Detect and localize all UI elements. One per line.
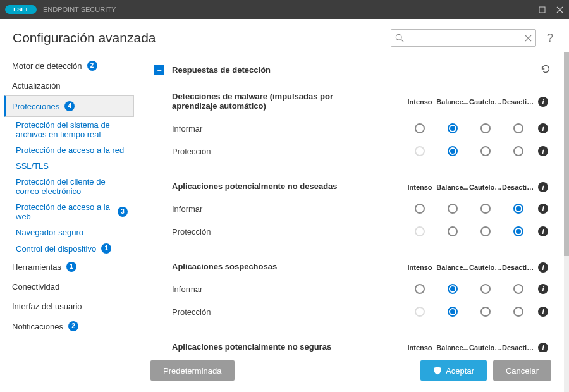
radio-option[interactable]	[513, 284, 523, 294]
radio-option[interactable]	[513, 204, 523, 214]
clear-search-icon[interactable]	[525, 35, 532, 42]
default-button[interactable]: Predeterminada	[150, 360, 235, 381]
window-titlebar: ESET ENDPOINT SECURITY	[0, 0, 569, 19]
info-icon[interactable]: i	[538, 284, 548, 294]
info-icon[interactable]: i	[538, 146, 548, 156]
radio-option[interactable]	[448, 146, 458, 156]
settings-row: Proteccióni	[172, 300, 551, 323]
sidebar-item-label: Navegador seguro	[16, 228, 83, 237]
sidebar-item-label: Herramientas	[12, 262, 61, 272]
radio-option[interactable]	[513, 226, 523, 236]
row-label: Informar	[172, 204, 374, 214]
sidebar-item-8[interactable]: Navegador seguro	[4, 224, 134, 240]
column-header: Balance...	[436, 98, 469, 106]
search-icon	[395, 34, 404, 42]
radio-option[interactable]	[513, 123, 523, 133]
column-header: Cauteloso	[469, 344, 502, 352]
row-label: Protección	[172, 147, 374, 156]
sidebar-item-9[interactable]: Control del dispositivo1	[4, 240, 134, 257]
sidebar-item-label: Conectividad	[12, 282, 59, 291]
scrollbar-thumb[interactable]	[564, 52, 569, 256]
column-header: Balance...	[436, 183, 469, 191]
sidebar-item-label: Protecciones	[12, 102, 59, 111]
sidebar-item-5[interactable]: SSL/TLS	[4, 158, 134, 174]
radio-option[interactable]	[415, 284, 425, 294]
revert-button[interactable]	[540, 63, 551, 77]
settings-row: Informari	[172, 278, 551, 300]
info-icon[interactable]: i	[538, 343, 548, 352]
sidebar-item-6[interactable]: Protección del cliente de correo electró…	[4, 174, 134, 199]
info-icon[interactable]: i	[538, 262, 548, 273]
radio-option[interactable]	[480, 123, 491, 133]
radio-option[interactable]	[448, 307, 458, 317]
radio-option[interactable]	[480, 226, 491, 236]
sidebar-badge: 4	[64, 101, 75, 111]
window-maximize-button[interactable]	[537, 5, 546, 14]
sidebar-item-4[interactable]: Protección de acceso a la red	[4, 142, 134, 158]
radio-option[interactable]	[448, 123, 458, 133]
group-title: Aplicaciones potencialmente no seguras	[172, 337, 331, 352]
info-icon[interactable]: i	[538, 97, 548, 107]
eset-logo-mark: ESET	[5, 5, 37, 14]
radio-option[interactable]	[513, 307, 523, 317]
radio-option[interactable]	[448, 204, 458, 214]
help-button[interactable]: ?	[544, 32, 556, 45]
info-icon[interactable]: i	[538, 226, 548, 236]
sidebar-item-2[interactable]: Protecciones4	[4, 95, 134, 117]
cancel-button[interactable]: Cancelar	[493, 360, 551, 381]
sidebar-item-label: Notificaciones	[12, 322, 63, 331]
group-title: Detecciones de malware (impulsadas por a…	[172, 87, 374, 117]
column-header: Intenso	[403, 264, 436, 271]
info-icon[interactable]: i	[538, 182, 548, 192]
sidebar-item-11[interactable]: Conectividad	[4, 277, 134, 297]
settings-row: Informari	[172, 197, 551, 220]
sidebar-item-label: Protección del cliente de correo electró…	[16, 177, 128, 196]
radio-option[interactable]	[480, 284, 491, 294]
row-label: Informar	[172, 124, 374, 133]
sidebar-item-label: SSL/TLS	[16, 161, 49, 171]
sidebar-badge: 2	[87, 61, 97, 71]
radio-option[interactable]	[448, 226, 458, 236]
accept-button[interactable]: Aceptar	[420, 360, 487, 381]
info-icon[interactable]: i	[538, 204, 548, 214]
sidebar-item-0[interactable]: Motor de detección2	[4, 56, 134, 76]
svg-rect-2	[539, 7, 545, 13]
svg-text:ESET: ESET	[13, 6, 28, 13]
window-close-button[interactable]	[555, 5, 564, 14]
radio-option	[415, 226, 425, 236]
radio-option	[415, 146, 425, 156]
sidebar-item-10[interactable]: Herramientas1	[4, 257, 134, 277]
column-header: Intenso	[403, 344, 436, 352]
sidebar-item-label: Protección de acceso a la web	[16, 202, 113, 221]
sidebar-badge: 1	[66, 262, 76, 272]
radio-option[interactable]	[448, 284, 458, 294]
sidebar-nav: Motor de detección2ActualizaciónProtecci…	[0, 52, 138, 392]
sidebar-item-3[interactable]: Protección del sistema de archivos en ti…	[4, 117, 134, 142]
sidebar-item-13[interactable]: Notificaciones2	[4, 316, 134, 336]
search-box[interactable]	[391, 29, 536, 47]
sidebar-item-1[interactable]: Actualización	[4, 76, 134, 95]
column-header: Desactiv...	[502, 264, 535, 271]
radio-option[interactable]	[513, 146, 523, 156]
radio-option[interactable]	[415, 123, 425, 133]
radio-option[interactable]	[480, 204, 491, 214]
settings-group: Aplicaciones potencialmente no segurasIn…	[154, 337, 551, 352]
info-icon[interactable]: i	[538, 307, 548, 317]
settings-group: Detecciones de malware (impulsadas por a…	[154, 87, 551, 162]
sidebar-item-7[interactable]: Protección de acceso a la web3	[4, 199, 134, 224]
product-name: ENDPOINT SECURITY	[43, 6, 116, 13]
column-header: Desactiv...	[502, 344, 535, 352]
radio-option[interactable]	[480, 146, 491, 156]
sidebar-item-12[interactable]: Interfaz del usuario	[4, 297, 134, 316]
collapse-toggle[interactable]: −	[154, 65, 164, 75]
scrollbar-track[interactable]	[564, 52, 569, 392]
column-header: Intenso	[403, 98, 436, 106]
settings-row: Proteccióni	[172, 140, 551, 162]
search-input[interactable]	[408, 34, 521, 43]
radio-option[interactable]	[480, 307, 491, 317]
info-icon[interactable]: i	[538, 123, 548, 133]
radio-option[interactable]	[415, 204, 425, 214]
brand-logo: ESET ENDPOINT SECURITY	[5, 5, 116, 14]
undo-icon	[540, 63, 551, 75]
column-header: Balance...	[436, 344, 469, 352]
